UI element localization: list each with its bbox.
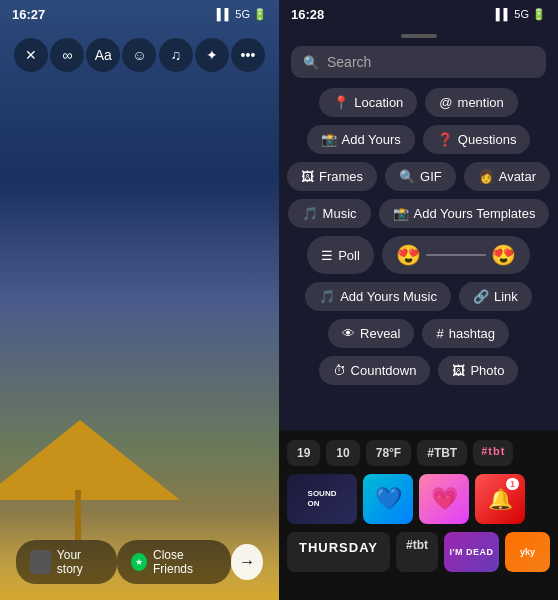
- frames-sticker[interactable]: 🖼 Frames: [287, 162, 377, 191]
- temp-label: 78°F: [376, 446, 401, 460]
- reveal-sticker[interactable]: 👁 Reveal: [328, 319, 414, 348]
- tray-row-3: THURSDAY #tbt I'M DEAD yky: [287, 532, 550, 572]
- bottom-tray: 19 10 78°F #TBT #tbt SOUNDON 💙: [279, 430, 558, 600]
- heart-pink-icon: 💗: [431, 486, 458, 512]
- sticker-row-2: 📸 Add Yours ❓ Questions: [289, 125, 548, 154]
- add-yours-icon: 📸: [321, 132, 337, 147]
- frames-label: Frames: [319, 169, 363, 184]
- heart-blue-icon: 💙: [375, 486, 402, 512]
- hashtag-sticker[interactable]: # hashtag: [422, 319, 509, 348]
- tbt3-chip[interactable]: #tbt: [396, 532, 438, 572]
- next-button[interactable]: →: [231, 544, 263, 580]
- im-dead-label: I'M DEAD: [449, 547, 493, 557]
- arrow-icon: →: [239, 553, 255, 571]
- emoji-slider-sticker[interactable]: 😍 😍: [382, 236, 530, 274]
- your-story-button[interactable]: Your story: [16, 540, 117, 584]
- photo-icon: 🖼: [452, 363, 465, 378]
- network-label-right: 5G: [514, 8, 529, 20]
- tbt-chip[interactable]: #TBT: [417, 440, 467, 466]
- photo-sticker[interactable]: 🖼 Photo: [438, 356, 518, 385]
- music-button[interactable]: ♫: [159, 38, 193, 72]
- countdown-label: Countdown: [351, 363, 417, 378]
- gif-label: GIF: [420, 169, 442, 184]
- number-10[interactable]: 10: [326, 440, 359, 466]
- poll-icon: ☰: [321, 248, 333, 263]
- add-yours-templates-sticker[interactable]: 📸 Add Yours Templates: [379, 199, 550, 228]
- tbt2-label: #tbt: [481, 445, 505, 457]
- notification-sticker[interactable]: 🔔 1: [475, 474, 525, 524]
- search-input[interactable]: Search: [327, 54, 371, 70]
- add-yours-music-icon: 🎵: [319, 289, 335, 304]
- right-panel: 16:28 ▌▌ 5G 🔋 🔍 Search 📍 Location @ ment…: [279, 0, 558, 600]
- reveal-icon: 👁: [342, 326, 355, 341]
- number-19[interactable]: 19: [287, 440, 320, 466]
- left-panel: 16:27 ▌▌ 5G 🔋 ✕ ∞ Aa ☺ ♫ ✦ •••: [0, 0, 279, 600]
- battery-icon: 🔋: [253, 8, 267, 21]
- search-bar[interactable]: 🔍 Search: [291, 46, 546, 78]
- temperature-chip[interactable]: 78°F: [366, 440, 411, 466]
- more-button[interactable]: •••: [231, 38, 265, 72]
- sticker-button[interactable]: ☺: [122, 38, 156, 72]
- questions-label: Questions: [458, 132, 517, 147]
- battery-icon-right: 🔋: [532, 8, 546, 21]
- search-icon: 🔍: [303, 55, 319, 70]
- link-icon: 🔗: [473, 289, 489, 304]
- add-yours-sticker[interactable]: 📸 Add Yours: [307, 125, 415, 154]
- sound-on-sticker[interactable]: SOUNDON: [287, 474, 357, 524]
- sparkle-button[interactable]: ✦: [195, 38, 229, 72]
- avatar-icon: 👩: [478, 169, 494, 184]
- left-toolbar: ✕ ∞ Aa ☺ ♫ ✦ •••: [0, 30, 279, 80]
- questions-sticker[interactable]: ❓ Questions: [423, 125, 531, 154]
- link-sticker[interactable]: 🔗 Link: [459, 282, 532, 311]
- close-friends-button[interactable]: ★ Close Friends: [117, 540, 231, 584]
- add-yours-templates-icon: 📸: [393, 206, 409, 221]
- heart-pink-sticker[interactable]: 💗: [419, 474, 469, 524]
- thursday-chip[interactable]: THURSDAY: [287, 532, 390, 572]
- close-button[interactable]: ✕: [14, 38, 48, 72]
- notification-count: 1: [506, 478, 519, 490]
- add-yours-music-label: Add Yours Music: [340, 289, 437, 304]
- more-icon: •••: [241, 47, 256, 63]
- text-button[interactable]: Aa: [86, 38, 120, 72]
- thursday-label: THURSDAY: [299, 540, 378, 555]
- tbt-label: #TBT: [427, 446, 457, 460]
- network-label: 5G: [235, 8, 250, 20]
- add-yours-music-sticker[interactable]: 🎵 Add Yours Music: [305, 282, 451, 311]
- yky-label: yky: [520, 547, 535, 557]
- poll-sticker[interactable]: ☰ Poll: [307, 236, 374, 274]
- im-dead-sticker[interactable]: I'M DEAD: [444, 532, 499, 572]
- tray-row-1: 19 10 78°F #TBT #tbt: [287, 440, 550, 466]
- hashtag-icon: #: [436, 326, 443, 341]
- green-dot-icon: ★: [131, 553, 147, 571]
- your-story-label: Your story: [57, 548, 104, 576]
- music-sticker-label: Music: [323, 206, 357, 221]
- gif-sticker[interactable]: 🔍 GIF: [385, 162, 456, 191]
- mention-label: mention: [458, 95, 504, 110]
- mention-sticker[interactable]: @ mention: [425, 88, 517, 117]
- countdown-sticker[interactable]: ⏱ Countdown: [319, 356, 431, 385]
- poll-label: Poll: [338, 248, 360, 263]
- loop-button[interactable]: ∞: [50, 38, 84, 72]
- status-bar-right: 16:28 ▌▌ 5G 🔋: [279, 0, 558, 28]
- stickers-grid: 📍 Location @ mention 📸 Add Yours ❓ Quest…: [279, 88, 558, 430]
- sparkle-icon: ✦: [206, 47, 218, 63]
- location-sticker[interactable]: 📍 Location: [319, 88, 417, 117]
- countdown-icon: ⏱: [333, 363, 346, 378]
- hashtag-label: hashtag: [449, 326, 495, 341]
- loop-icon: ∞: [62, 47, 72, 63]
- link-label: Link: [494, 289, 518, 304]
- add-yours-label: Add Yours: [342, 132, 401, 147]
- tbt-colored-chip[interactable]: #tbt: [473, 440, 513, 466]
- heart-blue-sticker[interactable]: 💙: [363, 474, 413, 524]
- avatar-sticker[interactable]: 👩 Avatar: [464, 162, 550, 191]
- num2-label: 10: [336, 446, 349, 460]
- tbt3-label: #tbt: [406, 538, 428, 552]
- yky-sticker[interactable]: yky: [505, 532, 550, 572]
- time-right: 16:28: [291, 7, 324, 22]
- reveal-label: Reveal: [360, 326, 400, 341]
- sticker-row-7: 👁 Reveal # hashtag: [289, 319, 548, 348]
- photo-label: Photo: [470, 363, 504, 378]
- music-sticker[interactable]: 🎵 Music: [288, 199, 371, 228]
- status-icons-right: ▌▌ 5G 🔋: [496, 8, 546, 21]
- mention-icon: @: [439, 95, 452, 110]
